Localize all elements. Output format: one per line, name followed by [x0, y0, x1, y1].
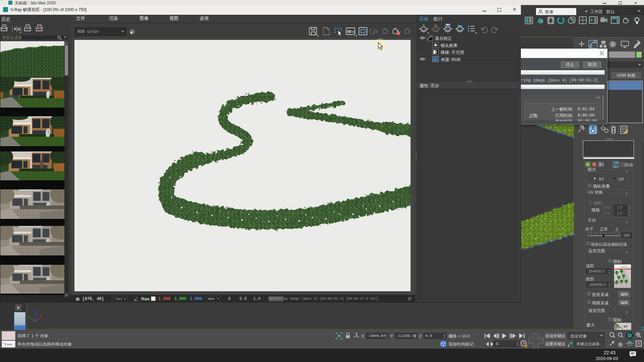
- svg-text:50: 50: [347, 29, 351, 34]
- svg-text:A: A: [14, 27, 16, 31]
- svg-text:X: X: [28, 315, 30, 318]
- svg-text:Z: Z: [37, 311, 39, 314]
- svg-text:B: B: [18, 27, 20, 31]
- svg-text:%: %: [352, 30, 355, 34]
- svg-text:Y: Y: [40, 313, 42, 316]
- svg-text:90°: 90°: [624, 325, 628, 328]
